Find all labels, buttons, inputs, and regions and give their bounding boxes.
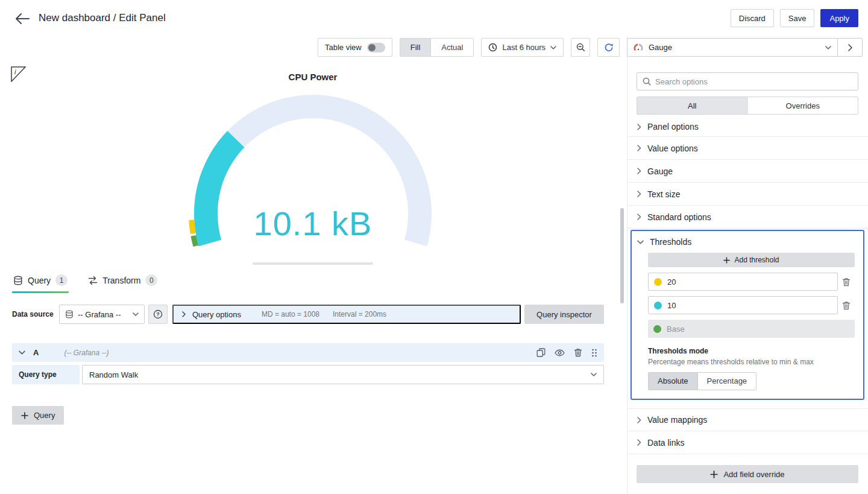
table-view-switch[interactable] xyxy=(367,43,385,52)
options-sections: Panel options Value options Gauge Text s… xyxy=(627,117,868,483)
eye-icon xyxy=(555,349,565,356)
panel-resize-handle[interactable] xyxy=(253,262,373,265)
trash-icon xyxy=(574,348,582,357)
duplicate-query-button[interactable] xyxy=(536,348,546,357)
chevron-down-icon xyxy=(637,240,644,244)
add-field-override-button[interactable]: Add field override xyxy=(637,465,858,483)
threshold-color-dot xyxy=(653,325,661,333)
datasource-row: Data source -- Grafana -- ? Query option… xyxy=(12,305,604,324)
panel-info-corner[interactable]: i xyxy=(11,66,27,82)
help-icon: ? xyxy=(153,309,163,319)
threshold-row: 10 xyxy=(648,296,855,314)
threshold-color-dot[interactable] xyxy=(654,278,662,286)
section-text-size[interactable]: Text size xyxy=(627,183,868,206)
plus-icon xyxy=(21,412,28,419)
query-type-select[interactable]: Random Walk xyxy=(82,365,604,384)
back-button[interactable] xyxy=(13,11,31,27)
remove-query-button[interactable] xyxy=(574,348,582,357)
grip-icon xyxy=(591,349,597,357)
grafana-edit-panel: New dashboard / Edit Panel Discard Save … xyxy=(0,0,868,494)
tab-all[interactable]: All xyxy=(637,97,747,114)
scrollbar-thumb[interactable] xyxy=(620,208,624,303)
section-panel-options[interactable]: Panel options xyxy=(627,117,868,137)
datasource-label: Data source xyxy=(12,310,59,318)
datasource-select[interactable]: -- Grafana -- xyxy=(59,305,145,324)
section-standard-options[interactable]: Standard options xyxy=(627,206,868,229)
visualization-name: Gauge xyxy=(649,43,672,52)
gauge-value: 10.1 kB xyxy=(188,204,438,243)
drag-query-handle[interactable] xyxy=(591,349,597,357)
percentage-mode-button[interactable]: Percentage xyxy=(697,373,756,390)
query-refid: A xyxy=(33,348,39,357)
threshold-row: 20 xyxy=(648,273,855,291)
query-inspector-button[interactable]: Query inspector xyxy=(524,305,604,324)
thresholds-header[interactable]: Thresholds xyxy=(632,231,863,253)
info-corner-triangle xyxy=(11,67,25,81)
table-view-group: Table view xyxy=(318,38,392,57)
threshold-value-input[interactable]: 20 xyxy=(648,273,838,291)
threshold-value: 20 xyxy=(667,277,676,287)
section-value-options[interactable]: Value options xyxy=(627,137,868,160)
max-data-points-value: MD = auto = 1008 xyxy=(262,310,319,318)
time-range-picker[interactable]: Last 6 hours xyxy=(481,38,564,57)
threshold-value-input[interactable]: 10 xyxy=(648,296,838,314)
query-type-label: Query type xyxy=(12,365,80,384)
copy-icon xyxy=(536,348,546,357)
tab-overrides[interactable]: Overrides xyxy=(747,97,858,114)
chevron-right-icon xyxy=(637,168,641,174)
datasource-value: -- Grafana -- xyxy=(78,310,121,319)
gauge-viz-icon xyxy=(634,43,643,52)
section-value-mappings[interactable]: Value mappings xyxy=(627,408,868,431)
threshold-value: 10 xyxy=(667,301,676,310)
query-options-bar[interactable]: Query options MD = auto = 1008 Interval … xyxy=(172,305,521,324)
add-query-button[interactable]: Query xyxy=(12,406,64,425)
plus-icon xyxy=(723,257,730,264)
save-button[interactable]: Save xyxy=(780,9,815,27)
query-row-a[interactable]: A (-- Grafana --) xyxy=(12,343,604,362)
thresholds-content: Add threshold 20 10 xyxy=(632,253,863,390)
header-actions: Discard Save Apply xyxy=(731,9,858,27)
chevron-right-icon xyxy=(182,311,186,317)
query-row-datasource: (-- Grafana --) xyxy=(64,349,108,357)
tab-query-label: Query xyxy=(28,276,51,285)
datasource-help-button[interactable]: ? xyxy=(148,305,168,324)
delete-threshold-button[interactable] xyxy=(838,301,855,310)
chevron-right-icon xyxy=(637,124,641,130)
threshold-color-dot[interactable] xyxy=(654,302,662,309)
zoom-out-button[interactable] xyxy=(571,38,590,57)
section-thresholds: Thresholds Add threshold 20 xyxy=(631,230,864,400)
apply-button[interactable]: Apply xyxy=(820,9,858,27)
toggle-viz-picker-button[interactable] xyxy=(837,39,862,56)
refresh-button[interactable] xyxy=(597,38,620,57)
database-icon xyxy=(13,276,23,285)
chevron-down-icon xyxy=(591,373,597,376)
absolute-mode-button[interactable]: Absolute xyxy=(649,373,697,390)
tab-transform[interactable]: Transform 0 xyxy=(87,274,159,293)
interval-value: Interval = 200ms xyxy=(333,310,386,318)
actual-button[interactable]: Actual xyxy=(430,39,473,56)
fill-button[interactable]: Fill xyxy=(400,39,431,56)
query-row-actions xyxy=(536,348,597,357)
options-search-input[interactable] xyxy=(655,77,852,86)
visualization-picker: Gauge xyxy=(627,38,863,57)
chevron-down-icon[interactable] xyxy=(19,350,25,355)
delete-threshold-button[interactable] xyxy=(838,277,855,287)
tab-query[interactable]: Query 1 xyxy=(12,274,69,293)
chevron-right-icon xyxy=(637,191,641,197)
hide-query-button[interactable] xyxy=(555,349,565,356)
section-data-links[interactable]: Data links xyxy=(627,431,868,454)
query-type-value: Random Walk xyxy=(89,370,138,379)
chevron-down-icon xyxy=(825,46,831,49)
database-icon xyxy=(65,310,74,318)
add-threshold-button[interactable]: Add threshold xyxy=(648,253,855,267)
thresholds-mode-label: Thresholds mode xyxy=(648,347,855,356)
chevron-down-icon xyxy=(550,46,556,49)
visualization-select[interactable]: Gauge xyxy=(627,39,837,56)
section-gauge[interactable]: Gauge xyxy=(627,160,868,183)
svg-text:?: ? xyxy=(156,311,160,317)
time-range-label: Last 6 hours xyxy=(502,43,546,52)
panel-title: CPU Power xyxy=(192,72,433,82)
thresholds-mode-description: Percentage means thresholds relative to … xyxy=(648,358,855,367)
tab-transform-count: 0 xyxy=(145,274,157,286)
discard-button[interactable]: Discard xyxy=(731,9,774,27)
